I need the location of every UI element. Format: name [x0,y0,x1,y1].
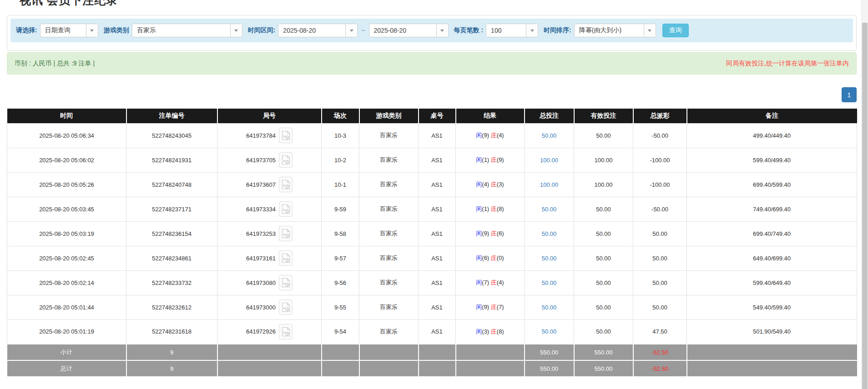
chevron-down-icon [526,24,538,37]
column-header: 场次 [322,109,359,123]
cell-bet-number: 522748232612 [126,295,217,319]
total-bet-link[interactable]: 50.00 [542,279,557,286]
banker-score: (4) [497,132,504,139]
video-replay-button[interactable] [279,275,293,290]
cell-game-category: 百家乐 [359,221,419,246]
banker-label: 庄 [491,304,497,310]
total-bet-link[interactable]: 50.00 [542,255,557,262]
total-bet-link[interactable]: 100.00 [540,181,558,188]
cell-round-number: 641973334 [217,197,322,221]
player-label: 闲 [476,230,482,237]
cell-total-bet: 100.00 [525,172,574,197]
cell-remark: 599.40/499.40 [687,148,857,172]
cell-remark: 499.40/449.40 [687,123,857,148]
player-score: (1) [482,156,489,163]
video-file-icon [282,327,290,337]
video-replay-button[interactable] [279,177,293,192]
video-replay-button[interactable] [279,299,293,315]
video-replay-button[interactable] [279,201,293,217]
cell-table-number: AS1 [419,221,456,246]
cell-time: 2025-08-20 05:01:19 [7,319,126,344]
column-header: 备注 [687,109,857,123]
total-bet-link[interactable]: 50.00 [542,328,557,335]
sort-order-value: 降幂(由大到小) [575,24,644,37]
filter-bar: 请选择: 日期查询 游戏类别 百家乐 时间区间: 2025-08-20 ~ 20… [10,19,853,42]
date-from-select[interactable]: 2025-08-20 [278,24,358,37]
page-content: 视讯 会员下注纪录 请选择: 日期查询 游戏类别 百家乐 时间区间: 2025-… [7,0,857,389]
summary-valid-bet: 550.00 [574,344,633,360]
cell-payout: 50.00 [633,270,687,295]
round-number: 641973705 [246,157,276,164]
video-file-icon [282,204,290,214]
summary-empty-cell [687,344,857,360]
player-score: (3) [482,328,489,335]
column-header: 注单编号 [126,109,217,123]
banker-score: (0) [497,254,504,261]
cell-table-number: AS1 [419,246,456,270]
cell-payout: -50.00 [633,123,687,148]
cell-total-bet: 50.00 [525,197,574,221]
cell-time: 2025-08-20 05:02:45 [7,246,126,270]
banker-score: (8) [497,205,504,212]
summary-label: 总计 [7,360,126,377]
cell-game-category: 百家乐 [359,270,419,295]
player-score: (7) [482,279,489,286]
cell-remark: 649.40/699.40 [687,246,857,270]
video-replay-button[interactable] [279,152,293,168]
cell-valid-bet: 50.00 [574,270,633,295]
sort-order-select[interactable]: 降幂(由大到小) [574,24,656,37]
banker-score: (8) [497,328,504,335]
table-row: 2025-08-20 05:06:34522748243045641973784… [7,123,857,148]
chevron-down-icon [345,24,357,37]
summary-count: 9 [126,360,217,377]
date-to-select[interactable]: 2025-08-20 [369,24,449,37]
player-score: (1) [482,205,489,212]
total-bet-link[interactable]: 50.00 [542,206,557,213]
cell-remark: 549.40/599.40 [687,295,857,319]
banker-label: 庄 [491,328,497,335]
video-replay-button[interactable] [279,128,293,143]
video-replay-button[interactable] [279,226,293,241]
column-header: 总派彩 [633,109,687,123]
cell-session: 9-58 [322,221,359,246]
player-score: (9) [482,230,489,237]
summary-valid-bet: 550.00 [574,360,633,377]
vertical-scrollbar-track[interactable] [861,0,868,389]
table-row: 2025-08-20 05:03:45522748237171641973334… [7,197,857,221]
player-label: 闲 [476,181,482,188]
summary-empty-cell [217,344,322,360]
total-bet-link[interactable]: 50.00 [542,304,557,311]
total-bet-link[interactable]: 100.00 [540,157,558,164]
total-bet-link[interactable]: 50.00 [542,132,557,139]
page-button-1[interactable]: 1 [842,87,857,102]
search-button[interactable]: 查询 [662,24,689,37]
records-table: 时间注单编号局号场次游戏类别桌号结果总投注有效投注总派彩备注 2025-08-2… [7,109,857,377]
video-replay-button[interactable] [279,324,293,339]
round-number: 641973784 [246,132,276,139]
cell-valid-bet: 50.00 [574,246,633,270]
summary-bar: 币别 : 人民币 | 总共 :9 注单 | 同局有效投注,统一计算在该局第一张注… [7,52,857,75]
page-size-select[interactable]: 100 [486,24,538,37]
vertical-scrollbar-thumb[interactable] [862,23,868,389]
grand-total-row: 总计9550.00550.00-52.50 [7,360,857,377]
summary-empty-cell [322,360,359,377]
cell-bet-number: 522748237171 [126,197,217,221]
cell-bet-number: 522748234861 [126,246,217,270]
cell-game-category: 百家乐 [359,148,419,172]
total-bet-link[interactable]: 50.00 [542,230,557,237]
column-header: 有效投注 [574,109,633,123]
date-to-value: 2025-08-20 [369,24,436,37]
filter-panel: 请选择: 日期查询 游戏类别 百家乐 时间区间: 2025-08-20 ~ 20… [7,15,857,51]
query-type-select[interactable]: 日期查询 [40,24,98,37]
currency-total-text: 币别 : 人民币 | 总共 :9 注单 | [15,60,95,68]
cell-session: 10-3 [322,123,359,148]
video-replay-button[interactable] [279,250,293,266]
cell-payout: 50.00 [633,221,687,246]
game-category-select[interactable]: 百家乐 [132,24,242,37]
cell-result: 闲(6) 庄(0) [456,246,525,270]
cell-round-number: 641973607 [217,172,322,197]
cell-total-bet: 50.00 [525,270,574,295]
cell-game-category: 百家乐 [359,246,419,270]
table-row: 2025-08-20 05:01:19522748231618641972926… [7,319,857,344]
column-header: 结果 [456,109,525,123]
